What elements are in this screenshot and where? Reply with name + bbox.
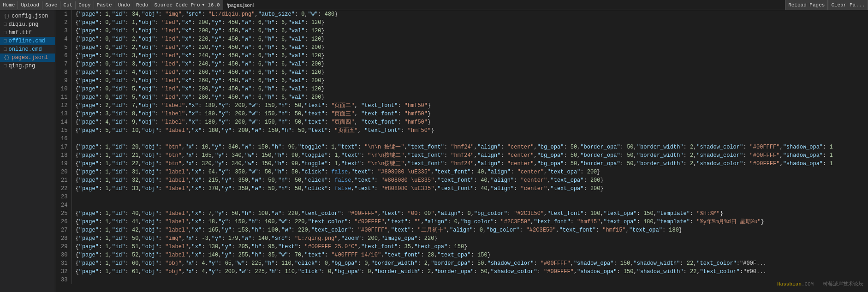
table-row: 16 — [55, 135, 868, 143]
file-icon-offline: □ — [4, 38, 7, 44]
line-content[interactable]: {"page": 3,"id": 8,"obj": "label","x": 1… — [71, 110, 868, 118]
sidebar-label-config: config.json — [12, 13, 48, 19]
line-content[interactable]: {"page": 1,"id": 20,"obj": "btn","x": 10… — [71, 143, 868, 151]
sidebar-label-online: online.cmd — [9, 46, 42, 53]
line-content[interactable]: {"page": 0,"id": 5,"obj": "led","x": 280… — [71, 85, 868, 93]
upload-button[interactable]: Upload — [18, 1, 42, 9]
file-icon-hmf: □ — [4, 30, 7, 36]
sidebar-item-diqiu[interactable]: □diqiu.png — [0, 20, 55, 29]
line-content[interactable]: {"page": 1,"id": 50,"obj": "img","x": -3… — [71, 234, 868, 243]
table-row: 15{"page": 5,"id": 10,"obj": "label","x"… — [55, 126, 868, 135]
undo-button[interactable]: Undo — [115, 1, 133, 9]
line-number: 29 — [55, 243, 71, 251]
font-size-label: 16.0 — [208, 2, 220, 8]
line-number: 14 — [55, 118, 71, 126]
file-path-input[interactable] — [223, 0, 785, 10]
reload-pages-button[interactable]: Reload Pages — [785, 0, 828, 10]
table-row: 4{"page": 0,"id": 2,"obj": "led","x": 22… — [55, 35, 868, 43]
line-content[interactable]: {"page": 1,"id": 32,"obj": "label","x": … — [71, 176, 868, 185]
table-row: 24 — [55, 201, 868, 209]
line-content[interactable]: {"page": 4,"id": 9,"obj": "label","x": 1… — [71, 118, 868, 126]
line-content[interactable]: {"page": 1,"id": 22,"obj": "btn","x": 32… — [71, 160, 868, 168]
line-content[interactable]: {"page": 0,"id": 2,"obj": "led","x": 220… — [71, 35, 868, 43]
sidebar-item-hmf[interactable]: □hmf.ttf — [0, 29, 55, 37]
table-row: 21{"page": 1,"id": 32,"obj": "label","x"… — [55, 176, 868, 185]
sidebar-item-online[interactable]: □online.cmd — [0, 45, 55, 54]
line-number: 13 — [55, 110, 71, 118]
line-content[interactable]: {"page": 0,"id": 5,"obj": "led","x": 280… — [71, 93, 868, 101]
file-icon-online: □ — [4, 47, 7, 52]
sidebar-item-config[interactable]: {}config.json — [0, 12, 55, 20]
line-number: 31 — [55, 259, 71, 268]
table-row: 1{"page": 1,"id": 34,"obj": "img","src":… — [55, 10, 868, 18]
line-content[interactable]: {"page": 1,"id": 41,"obj": "label","x": … — [71, 218, 868, 226]
table-row: 30{"page": 1,"id": 52,"obj": "label","x"… — [55, 251, 868, 259]
redo-button[interactable]: Redo — [133, 1, 151, 9]
line-content[interactable]: {"page": 1,"id": 34,"obj": "img","src": … — [71, 10, 868, 18]
line-content[interactable]: {"page": 1,"id": 52,"obj": "label","x": … — [71, 251, 868, 259]
line-content[interactable]: {"page": 0,"id": 3,"obj": "led","x": 240… — [71, 52, 868, 60]
table-row: 12{"page": 2,"id": 7,"obj": "label","x":… — [55, 101, 868, 110]
line-content[interactable] — [71, 201, 868, 209]
line-number: 26 — [55, 218, 71, 226]
file-icon-pages: {} — [4, 55, 10, 60]
line-content[interactable]: {"page": 1,"id": 61,"obj": "obj","x": 4,… — [71, 268, 868, 276]
line-number: 1 — [55, 10, 71, 18]
line-content[interactable]: {"page": 0,"id": 4,"obj": "led","x": 260… — [71, 68, 868, 77]
line-content[interactable]: {"page": 1,"id": 60,"obj": "obj","x": 4,… — [71, 259, 868, 268]
line-content[interactable]: {"page": 0,"id": 3,"obj": "led","x": 240… — [71, 60, 868, 68]
editor-area[interactable]: 1{"page": 1,"id": 34,"obj": "img","src":… — [55, 10, 868, 292]
line-number: 28 — [55, 234, 71, 243]
font-selector[interactable]: Source Code Pro ▾ 16.0 — [151, 0, 223, 10]
line-number: 17 — [55, 143, 71, 151]
table-row: 31{"page": 1,"id": 60,"obj": "obj","x": … — [55, 259, 868, 268]
line-content[interactable]: {"page": 0,"id": 1,"obj": "led","x": 200… — [71, 27, 868, 35]
paste-button[interactable]: Paste — [94, 1, 115, 9]
line-content[interactable]: {"page": 1,"id": 51,"obj": "label","x": … — [71, 243, 868, 251]
line-content[interactable]: {"page": 0,"id": 4,"obj": "led","x": 260… — [71, 77, 868, 85]
line-content[interactable]: {"page": 1,"id": 21,"obj": "btn","x": 16… — [71, 151, 868, 160]
line-content[interactable]: {"page": 0,"id": 2,"obj": "led","x": 220… — [71, 43, 868, 52]
line-content[interactable]: {"page": 2,"id": 7,"obj": "label","x": 1… — [71, 101, 868, 110]
line-number: 32 — [55, 268, 71, 276]
line-number: 3 — [55, 27, 71, 35]
line-content[interactable] — [71, 276, 868, 284]
line-content[interactable] — [71, 193, 868, 201]
right-buttons: Reload Pages Clear Pa... — [785, 0, 868, 10]
home-button[interactable]: Home — [0, 1, 18, 9]
font-name-label: Source Code Pro — [154, 2, 200, 8]
table-row: 29{"page": 1,"id": 51,"obj": "label","x"… — [55, 243, 868, 251]
table-row: 17{"page": 1,"id": 20,"obj": "btn","x": … — [55, 143, 868, 151]
copy-button[interactable]: Copy — [76, 1, 94, 9]
line-number: 27 — [55, 226, 71, 234]
table-row: 11{"page": 0,"id": 5,"obj": "led","x": 2… — [55, 93, 868, 101]
cut-button[interactable]: Cut — [60, 1, 76, 9]
save-button[interactable]: Save — [42, 1, 60, 9]
line-number: 23 — [55, 193, 71, 201]
line-content[interactable]: {"page": 1,"id": 33,"obj": "label","x": … — [71, 185, 868, 193]
line-number: 2 — [55, 18, 71, 27]
table-row: 32{"page": 1,"id": 61,"obj": "obj","x": … — [55, 268, 868, 276]
line-number: 10 — [55, 85, 71, 93]
sidebar-label-qing: qing.png — [9, 63, 36, 69]
clear-pages-button[interactable]: Clear Pa... — [828, 0, 868, 10]
line-content[interactable]: {"page": 1,"id": 42,"obj": "label","x": … — [71, 226, 868, 234]
table-row: 10{"page": 0,"id": 5,"obj": "led","x": 2… — [55, 85, 868, 93]
font-dropdown-icon: ▾ — [202, 2, 205, 8]
table-row: 22{"page": 1,"id": 33,"obj": "label","x"… — [55, 185, 868, 193]
table-row: 9{"page": 0,"id": 4,"obj": "led","x": 26… — [55, 77, 868, 85]
table-row: 20{"page": 1,"id": 31,"obj": "label","x"… — [55, 168, 868, 176]
table-row: 18{"page": 1,"id": 21,"obj": "btn","x": … — [55, 151, 868, 160]
line-content[interactable]: {"page": 0,"id": 1,"obj": "led","x": 200… — [71, 18, 868, 27]
line-content[interactable]: {"page": 1,"id": 31,"obj": "label","x": … — [71, 168, 868, 176]
line-number: 25 — [55, 209, 71, 218]
line-content[interactable] — [71, 135, 868, 143]
sidebar-item-qing[interactable]: □qing.png — [0, 62, 55, 70]
table-row: 14{"page": 4,"id": 9,"obj": "label","x":… — [55, 118, 868, 126]
line-content[interactable]: {"page": 1,"id": 40,"obj": "label","x": … — [71, 209, 868, 218]
sidebar-item-pages[interactable]: {}pages.jsonl — [0, 54, 55, 62]
line-content[interactable]: {"page": 5,"id": 10,"obj": "label","x": … — [71, 126, 868, 135]
sidebar-item-offline[interactable]: □offline.cmd — [0, 37, 55, 45]
line-number: 7 — [55, 60, 71, 68]
file-icon-qing: □ — [4, 63, 7, 69]
